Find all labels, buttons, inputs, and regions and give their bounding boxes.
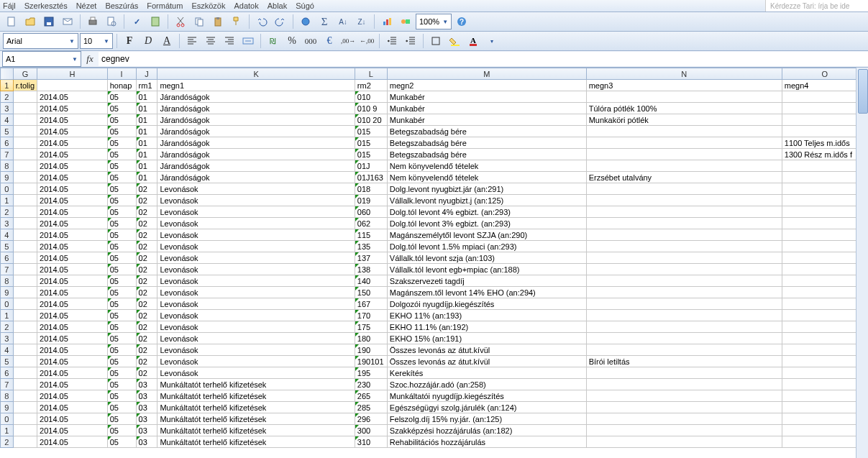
cell[interactable] [586, 425, 782, 436]
cell[interactable] [782, 367, 867, 379]
cell[interactable]: 02 [136, 206, 157, 218]
cell[interactable]: 02 [136, 333, 157, 344]
bold-button[interactable]: F [121, 32, 138, 50]
cell[interactable] [586, 321, 782, 333]
menu-file[interactable]: Fájl [3, 1, 16, 10]
cell[interactable]: 05 [107, 206, 136, 218]
row-header[interactable]: 2 [1, 91, 14, 103]
cell[interactable] [13, 425, 37, 436]
cell[interactable] [586, 126, 782, 137]
cell[interactable]: EKHO 11.1% (an:192) [387, 321, 586, 333]
cell[interactable]: 02 [136, 183, 157, 195]
cell[interactable]: 05 [107, 310, 136, 321]
cell[interactable] [782, 298, 867, 310]
toolbar-options-button[interactable]: ▾ [483, 32, 501, 50]
cell[interactable] [782, 264, 867, 275]
cell[interactable] [782, 91, 867, 103]
row-header[interactable]: 3 [1, 218, 14, 229]
cell[interactable]: Levonások [157, 218, 355, 229]
menu-help[interactable]: Súgó [296, 1, 314, 10]
cell[interactable]: 2014.05 [37, 310, 108, 321]
cell[interactable] [782, 425, 867, 436]
cell[interactable] [13, 356, 37, 367]
row-header[interactable]: 5 [1, 241, 14, 252]
row-header[interactable]: 0 [1, 413, 14, 425]
cell[interactable]: 01 [136, 91, 157, 103]
cell[interactable]: 05 [107, 137, 136, 149]
cell[interactable]: 2014.05 [37, 241, 108, 252]
cell[interactable]: 01 [136, 103, 157, 114]
cell[interactable]: 05 [107, 413, 136, 425]
cell[interactable]: Munkáltatót terhelő kifizetések [157, 425, 355, 436]
cell[interactable] [13, 264, 37, 275]
cell[interactable]: 2014.05 [37, 218, 108, 229]
align-center-button[interactable] [202, 32, 219, 50]
cell[interactable] [13, 183, 37, 195]
row-header[interactable]: 1 [1, 80, 14, 91]
redo-icon[interactable] [272, 13, 289, 30]
cell[interactable] [13, 252, 37, 264]
cell[interactable] [586, 264, 782, 275]
cell[interactable] [782, 390, 867, 402]
cell[interactable]: 02 [136, 287, 157, 298]
cell[interactable] [13, 172, 37, 183]
zoom-combo[interactable]: 100%▼ [416, 14, 452, 29]
row-header[interactable]: 8 [1, 160, 14, 172]
cell[interactable] [586, 402, 782, 413]
menu-format[interactable]: Formátum [147, 1, 183, 10]
cell[interactable]: Dolg.tól levont 3% egbizt. (an:293) [387, 218, 586, 229]
cell[interactable]: Munkáltatót terhelő kifizetések [157, 402, 355, 413]
scrollbar-thumb[interactable] [858, 69, 868, 114]
cell[interactable] [586, 298, 782, 310]
cell[interactable]: 060 [355, 206, 387, 218]
row-header[interactable]: 0 [1, 298, 14, 310]
row-header[interactable]: 9 [1, 402, 14, 413]
increase-decimal-button[interactable]: ,00→ [339, 32, 357, 50]
cell[interactable] [782, 103, 867, 114]
cell[interactable] [782, 436, 867, 448]
cell[interactable] [13, 413, 37, 425]
cell[interactable] [13, 298, 37, 310]
cell[interactable]: 02 [136, 195, 157, 206]
euro-button[interactable]: € [321, 32, 338, 50]
column-header-G[interactable]: G [13, 68, 37, 80]
select-all-corner[interactable] [1, 68, 14, 80]
cell[interactable]: rm2 [355, 80, 387, 91]
cell[interactable] [782, 126, 867, 137]
cell[interactable]: Levonások [157, 264, 355, 275]
row-header[interactable]: 1 [1, 425, 14, 436]
new-icon[interactable] [3, 13, 20, 30]
cell[interactable]: Betegszabadság bére [387, 137, 586, 149]
cell[interactable] [782, 252, 867, 264]
research-icon[interactable] [147, 13, 164, 30]
cell[interactable]: 2014.05 [37, 287, 108, 298]
cell[interactable]: 05 [107, 356, 136, 367]
cell[interactable] [782, 160, 867, 172]
cell[interactable]: 010 [355, 91, 387, 103]
mail-icon[interactable] [59, 13, 76, 30]
cell[interactable]: 01 [136, 137, 157, 149]
cell[interactable]: Levonások [157, 287, 355, 298]
borders-button[interactable] [427, 32, 444, 50]
cell[interactable] [37, 80, 108, 91]
increase-indent-button[interactable] [402, 32, 419, 50]
cell[interactable]: 190101 [355, 356, 387, 367]
cell[interactable]: Dolg.tól levont 4% egbizt. (an:293) [387, 206, 586, 218]
cell[interactable] [782, 229, 867, 241]
cell[interactable]: Magánszem.től levont 14% EHO (an:294) [387, 287, 586, 298]
cell[interactable]: 137 [355, 252, 387, 264]
row-header[interactable]: 5 [1, 126, 14, 137]
formula-input[interactable] [99, 52, 868, 66]
cell[interactable]: Járandóságok [157, 160, 355, 172]
cell[interactable]: 05 [107, 425, 136, 436]
cell[interactable]: 02 [136, 275, 157, 287]
cell[interactable]: 2014.05 [37, 436, 108, 448]
cell[interactable] [782, 310, 867, 321]
cell[interactable]: 01 [136, 160, 157, 172]
cell[interactable] [782, 114, 867, 126]
cell[interactable]: megn1 [157, 80, 355, 91]
cell[interactable]: 01J163 [355, 172, 387, 183]
cell[interactable] [13, 195, 37, 206]
cell[interactable] [586, 413, 782, 425]
cell[interactable]: 2014.05 [37, 137, 108, 149]
